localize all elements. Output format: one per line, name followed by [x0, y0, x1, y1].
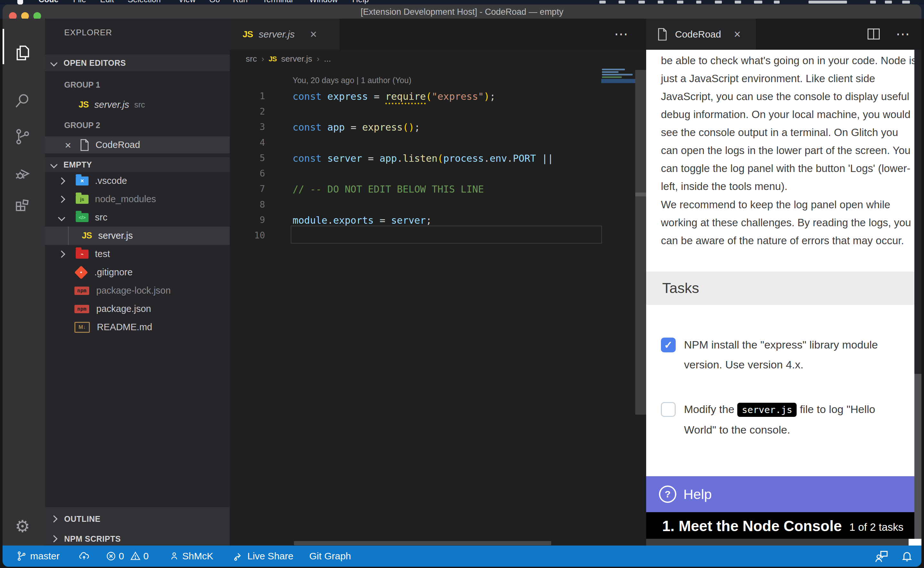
tab-coderoad[interactable]: CodeRoad ×: [646, 19, 756, 50]
menubar-status-icon: [735, 1, 741, 3]
extensions-icon[interactable]: [11, 195, 34, 218]
coderoad-tab-bar: CodeRoad × ⋯: [646, 19, 921, 50]
tree-item-label: package-lock.json: [96, 285, 171, 296]
menu-edit[interactable]: Edit: [100, 0, 114, 4]
menu-code[interactable]: Code: [39, 0, 59, 4]
npm-scripts-header[interactable]: NPM SCRIPTS: [45, 532, 230, 545]
breadcrumb[interactable]: src › JS server.js › ...: [246, 54, 331, 64]
window-titlebar[interactable]: [Extension Development Host] - CodeRoad …: [3, 5, 921, 19]
codelens-annotation[interactable]: You, 20 days ago | 1 author (You): [292, 76, 411, 85]
tree-item-gitignore[interactable]: • .gitignore: [45, 263, 230, 281]
open-editor-coderoad[interactable]: × CodeRoad: [45, 136, 230, 153]
branch-icon: [16, 551, 27, 562]
tree-item-label: src: [95, 212, 107, 223]
menu-window[interactable]: Window: [309, 0, 338, 4]
close-icon[interactable]: ×: [310, 29, 317, 40]
editor-group: JS server.js × ⋯ src › JS server.js › ..…: [230, 19, 646, 545]
minimap[interactable]: [602, 69, 625, 70]
task-checkbox-checked[interactable]: ✓: [661, 338, 676, 352]
sync-status[interactable]: [78, 545, 90, 567]
webview-scrollbar-thumb[interactable]: [914, 374, 921, 539]
menubar-list-icon: [902, 1, 910, 3]
open-editors-header[interactable]: OPEN EDITORS: [45, 54, 230, 71]
menubar-status-icon: [638, 1, 645, 3]
chevron-right-icon: ›: [261, 54, 264, 64]
tree-item-package-lock[interactable]: npm package-lock.json: [45, 281, 230, 300]
apple-menu-icon[interactable]: [17, 0, 23, 5]
explorer-sidebar: EXPLORER OPEN EDITORS GROUP 1 JS server.…: [45, 19, 230, 545]
task-checkbox-unchecked[interactable]: [661, 402, 676, 417]
notifications-status[interactable]: [901, 545, 913, 567]
account-status[interactable]: ShMcK: [169, 545, 213, 567]
tree-item-package-json[interactable]: npm package.json: [45, 300, 230, 318]
tab-server-js[interactable]: JS server.js ×: [230, 19, 339, 50]
line-number: 7: [230, 184, 265, 194]
outline-header[interactable]: OUTLINE: [45, 511, 230, 527]
code-line[interactable]: const express = require("express");: [292, 91, 495, 102]
help-accordion[interactable]: ? Help: [646, 476, 921, 512]
run-debug-icon[interactable]: [11, 162, 34, 185]
code-line[interactable]: const server = app.listen(process.env.PO…: [292, 153, 553, 164]
code-line[interactable]: // -- DO NOT EDIT BELOW THIS LINE: [292, 184, 484, 195]
tree-item-vscode[interactable]: ✕ .vscode: [45, 172, 230, 190]
minimap[interactable]: [602, 71, 619, 73]
menu-go[interactable]: Go: [209, 0, 220, 4]
open-editor-server-js[interactable]: JS server.js src: [45, 96, 230, 114]
editor-scrollbar-thumb[interactable]: [635, 193, 646, 196]
tree-item-label: node_modules: [95, 194, 156, 204]
folder-section-header[interactable]: EMPTY: [45, 157, 230, 172]
chevron-right-icon: [58, 195, 65, 203]
editor-scrollbar[interactable]: [635, 70, 646, 415]
minimap[interactable]: [602, 76, 622, 78]
menu-run[interactable]: Run: [233, 0, 248, 4]
indent-guide: [68, 227, 69, 245]
breadcrumb-file[interactable]: server.js: [281, 54, 312, 64]
breadcrumb-src[interactable]: src: [246, 54, 257, 64]
git-branch-status[interactable]: master: [16, 545, 60, 567]
search-icon[interactable]: [11, 89, 34, 112]
branch-name: master: [30, 551, 60, 562]
tree-item-test[interactable]: ⌁ test: [45, 245, 230, 263]
horizontal-scrollbar[interactable]: [294, 541, 551, 545]
menubar-control-center-icon: [885, 1, 892, 3]
minimap[interactable]: [602, 74, 633, 76]
source-control-icon[interactable]: [11, 125, 34, 148]
code-line[interactable]: module.exports = server;: [292, 215, 432, 226]
menu-help[interactable]: Help: [352, 0, 369, 4]
menu-file[interactable]: File: [73, 0, 86, 4]
file-icon: [79, 139, 90, 151]
live-share-status[interactable]: Live Share: [233, 545, 293, 567]
menu-selection[interactable]: Selection: [128, 0, 161, 4]
menu-view[interactable]: View: [178, 0, 196, 4]
panel-actions-more-icon[interactable]: ⋯: [896, 26, 910, 42]
editor-actions-more-icon[interactable]: ⋯: [614, 26, 629, 42]
tree-item-node-modules[interactable]: js node_modules: [45, 190, 230, 208]
line-number: 4: [230, 137, 265, 148]
coderoad-panel: CodeRoad × ⋯ be able to check what's goi…: [646, 19, 921, 545]
tree-item-src[interactable]: </> src: [45, 208, 230, 227]
close-icon[interactable]: ×: [65, 140, 71, 151]
split-editor-icon[interactable]: [867, 27, 880, 41]
breadcrumb-symbol[interactable]: ...: [324, 54, 331, 64]
minimap-slider[interactable]: [601, 79, 635, 83]
chevron-right-icon: ›: [317, 54, 320, 64]
tree-item-server-js[interactable]: JS server.js: [45, 227, 230, 245]
tasks-heading: Tasks: [662, 280, 699, 296]
code-line[interactable]: const app = express();: [292, 122, 420, 133]
feedback-smiley-icon: [874, 550, 889, 562]
menu-terminal[interactable]: Terminal: [262, 0, 292, 4]
lesson-title: 1. Meet the Node Console: [662, 517, 842, 535]
lesson-footer[interactable]: 1. Meet the Node Console 1 of 2 tasks: [646, 512, 921, 539]
chevron-down-icon: [58, 214, 65, 221]
current-line-highlight: [291, 226, 602, 243]
git-graph-status[interactable]: Git Graph: [309, 545, 351, 567]
live-share-label: Live Share: [247, 551, 293, 562]
close-icon[interactable]: ×: [734, 29, 740, 40]
npm-icon: npm: [74, 287, 89, 295]
problems-status[interactable]: 0 0: [106, 545, 149, 567]
explorer-icon[interactable]: [11, 41, 34, 65]
tree-item-readme[interactable]: M↓ README.md: [45, 318, 230, 336]
settings-gear-icon[interactable]: ⚙: [11, 515, 34, 538]
webview-scrollbar-track[interactable]: [914, 50, 921, 374]
feedback-status[interactable]: [874, 545, 889, 567]
